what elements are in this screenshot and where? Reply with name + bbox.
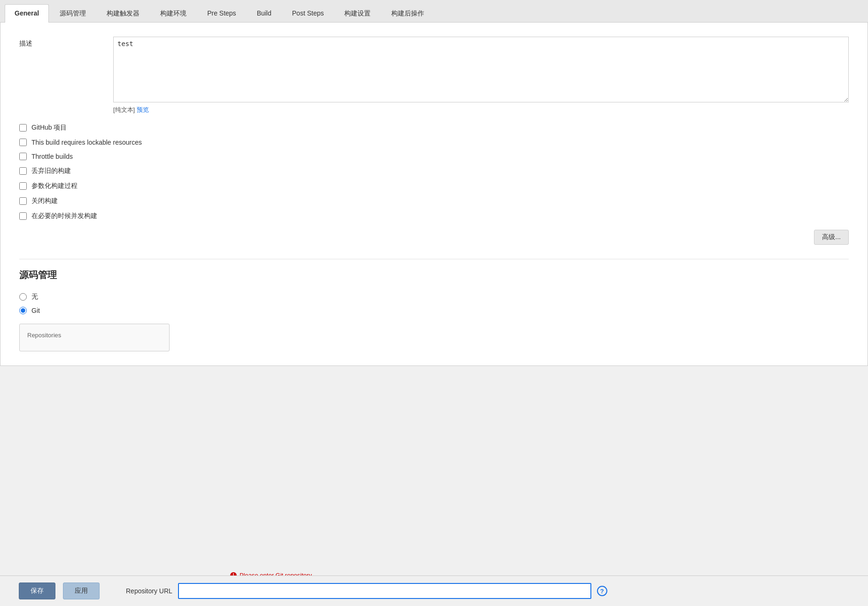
- tab-settings[interactable]: 构建设置: [334, 4, 380, 23]
- preview-link[interactable]: 预览: [137, 106, 149, 113]
- tab-build[interactable]: Build: [247, 4, 281, 23]
- checkbox-parameterize[interactable]: 参数化构建过程: [19, 182, 849, 190]
- scm-radio-group: 无 Git: [19, 293, 849, 314]
- text-mode-label: [纯文本]: [113, 106, 135, 113]
- advanced-button[interactable]: 高级...: [814, 230, 849, 245]
- checkbox-throttle-label: Throttle builds: [31, 153, 73, 160]
- checkbox-disable[interactable]: 关闭构建: [19, 197, 849, 205]
- radio-none[interactable]: 无: [19, 293, 849, 301]
- section-divider: [19, 259, 849, 259]
- checkbox-discard[interactable]: 丢弃旧的构建: [19, 167, 849, 175]
- tab-bar: General 源码管理 构建触发器 构建环境 Pre Steps Build …: [0, 0, 868, 23]
- advanced-row: 高级...: [19, 230, 849, 245]
- checkbox-section: GitHub 项目 This build requires lockable r…: [19, 124, 849, 220]
- repositories-section: Repositories: [19, 324, 170, 351]
- checkbox-concurrent-label: 在必要的时候并发构建: [31, 212, 97, 220]
- description-label: 描述: [19, 37, 113, 48]
- text-mode-links: [纯文本] 预览: [113, 106, 849, 114]
- save-button[interactable]: 保存: [19, 583, 55, 599]
- radio-git-input[interactable]: [19, 307, 27, 314]
- tab-trigger[interactable]: 构建触发器: [97, 4, 149, 23]
- description-textarea[interactable]: test: [113, 37, 849, 102]
- checkbox-discard-input[interactable]: [19, 167, 27, 175]
- tab-source[interactable]: 源码管理: [50, 4, 96, 23]
- repo-url-input[interactable]: [178, 583, 591, 599]
- bottom-bar: 保存 应用 Repository URL ?: [0, 575, 868, 606]
- checkbox-github-input[interactable]: [19, 124, 27, 132]
- radio-git[interactable]: Git: [19, 307, 849, 314]
- repositories-title: Repositories: [27, 332, 162, 339]
- tab-postbuild[interactable]: 构建后操作: [381, 4, 434, 23]
- tab-env[interactable]: 构建环境: [150, 4, 196, 23]
- checkbox-disable-label: 关闭构建: [31, 197, 58, 205]
- apply-button[interactable]: 应用: [63, 583, 100, 599]
- repo-url-label: Repository URL: [126, 587, 172, 595]
- repo-url-section: Repository URL ?: [126, 583, 849, 599]
- checkbox-parameterize-label: 参数化构建过程: [31, 182, 78, 190]
- checkbox-github-label: GitHub 项目: [31, 124, 67, 132]
- checkbox-disable-input[interactable]: [19, 197, 27, 205]
- description-field-container: test [纯文本] 预览: [113, 37, 849, 114]
- checkbox-discard-label: 丢弃旧的构建: [31, 167, 71, 175]
- page-container: General 源码管理 构建触发器 构建环境 Pre Steps Build …: [0, 0, 868, 606]
- help-icon[interactable]: ?: [597, 586, 607, 596]
- tab-general[interactable]: General: [5, 4, 49, 23]
- radio-none-label: 无: [31, 293, 38, 301]
- checkbox-github[interactable]: GitHub 项目: [19, 124, 849, 132]
- description-row: 描述 test [纯文本] 预览: [19, 37, 849, 114]
- source-management-title: 源码管理: [19, 269, 849, 281]
- checkbox-lockable-input[interactable]: [19, 139, 27, 146]
- tab-poststeps[interactable]: Post Steps: [282, 4, 334, 23]
- checkbox-concurrent[interactable]: 在必要的时候并发构建: [19, 212, 849, 220]
- radio-git-label: Git: [31, 307, 40, 314]
- checkbox-lockable-label: This build requires lockable resources: [31, 139, 142, 146]
- main-content: 描述 test [纯文本] 预览 GitHub 项目 This build re…: [0, 23, 868, 366]
- checkbox-lockable[interactable]: This build requires lockable resources: [19, 139, 849, 146]
- checkbox-parameterize-input[interactable]: [19, 182, 27, 190]
- checkbox-throttle[interactable]: Throttle builds: [19, 153, 849, 160]
- radio-none-input[interactable]: [19, 293, 27, 301]
- tab-presteps[interactable]: Pre Steps: [197, 4, 246, 23]
- checkbox-concurrent-input[interactable]: [19, 212, 27, 220]
- checkbox-throttle-input[interactable]: [19, 153, 27, 160]
